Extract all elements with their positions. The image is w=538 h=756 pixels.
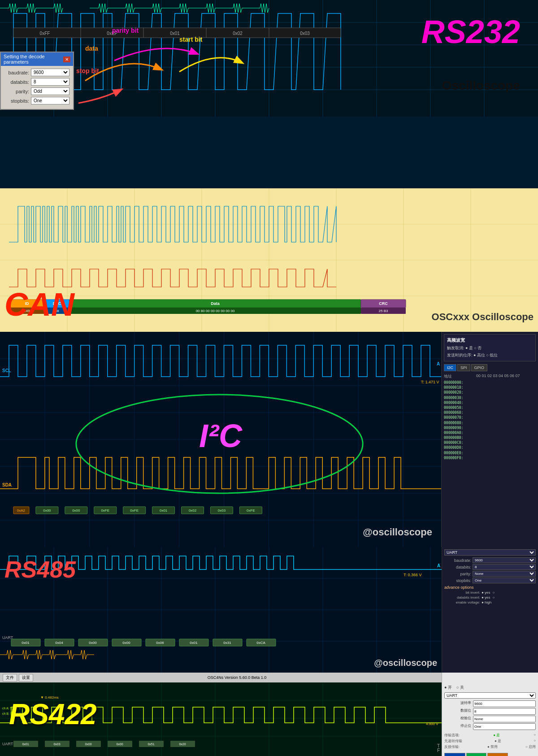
rs485-parity-select[interactable]: None — [473, 571, 536, 577]
can-oscilloscope-label: OSCxxx Oscilloscope — [432, 311, 534, 323]
data-row-8: 00000080: — [444, 421, 536, 426]
proto-btn-rs422[interactable]: RS422 — [466, 753, 487, 756]
i2c-data-table: 00000000: 00000010: 00000020: 00000030: … — [444, 380, 536, 461]
baudrate-select[interactable]: 9600115200 — [31, 69, 69, 76]
svg-text:0x01: 0x01 — [160, 508, 168, 513]
rs422-sidebar: ● 开 ○ 关 UART 波特率 数据位 校验位 停止位 传输选项: ● 是 — [442, 673, 538, 756]
rs485-protocol-select[interactable]: UART — [444, 549, 536, 556]
svg-text:T: T — [437, 743, 440, 748]
rs422-databits-input[interactable] — [473, 708, 536, 715]
data-row-2: 00000020: — [444, 390, 536, 395]
rs422-baudrate-label: 波特率 — [444, 700, 471, 707]
i2c-main: T: 1.471 V A 0xA2 0x00 0x00 0xFE 0xFE 0x… — [0, 332, 442, 547]
rs485-parity-label: parity: — [444, 572, 471, 576]
can-title: CAN — [4, 286, 74, 323]
svg-text:A: A — [437, 361, 440, 366]
parity-label: parity: — [4, 89, 29, 94]
decode-dialog-title-text: Setting the decode parameters — [4, 54, 63, 65]
rs485-stopbits-select[interactable]: One — [473, 578, 536, 583]
svg-text:0x02: 0x02 — [233, 31, 243, 36]
rs422-databits-label: 数据位 — [444, 708, 471, 715]
hf-order: 发送时的位序: ● 高位 ○ 低位 — [447, 352, 533, 358]
i2c-title: I²C — [199, 417, 242, 454]
rs422-parity-input[interactable] — [473, 716, 536, 722]
rs485-bitinvert-row: bit invert: ● yes ○ — [444, 591, 536, 595]
rs485-databits-invert-label: databits invert: — [444, 595, 480, 600]
proto-btn-rs232[interactable]: RS232COMM — [444, 753, 465, 756]
parity-select[interactable]: OddEvenNone — [31, 87, 69, 95]
svg-text:0x03: 0x03 — [218, 508, 226, 513]
svg-text:0xCA: 0xCA — [256, 641, 265, 645]
data-row-c: 000000C0: — [444, 440, 536, 445]
data-row-9: 00000090: — [444, 426, 536, 430]
rs485-databits-label: databits: — [444, 565, 471, 569]
proto-buttons: RS232COMM RS422 RS485 — [444, 753, 536, 756]
decode-form: baudrate: 9600115200 databits: 87 parity… — [1, 66, 73, 109]
annotation-startbit: start bit — [179, 36, 202, 43]
rs422-parity-label: 校验位 — [444, 716, 471, 722]
databits-label: databits: — [4, 79, 29, 85]
databits-select[interactable]: 87 — [31, 78, 69, 86]
stopbits-select[interactable]: OneTwo — [31, 97, 69, 104]
rs422-protocol-select[interactable]: UART — [444, 692, 536, 699]
parity-row: parity: OddEvenNone — [4, 87, 69, 95]
svg-text:0x03: 0x03 — [300, 31, 310, 36]
file-menu-button[interactable]: 文件 — [3, 674, 17, 682]
data-row-7: 00000070: — [444, 415, 536, 420]
i2c-oscilloscope-label: @oscilloscope — [363, 526, 432, 538]
svg-text:0x00: 0x00 — [72, 508, 80, 513]
can-waveform: ID DLC Data CRC 249 08 00 80 00 00 00 00… — [0, 188, 538, 332]
tab-i2c[interactable]: I2C — [444, 364, 456, 371]
rs485-main: T: 0.366 V A 0x01 0x04 0x00 0x00 0x06 0x… — [0, 547, 442, 673]
rs422-stopbits-label: 停止位 — [444, 723, 471, 730]
svg-text:0x01: 0x01 — [22, 743, 29, 746]
decode-dialog-close[interactable]: ✕ — [63, 56, 70, 62]
data-row-e: 000000E0: — [444, 451, 536, 456]
i2c-section: T: 1.471 V A 0xA2 0x00 0x00 0xFE 0xFE 0x… — [0, 332, 538, 547]
rs485-databits-invert-row: databits invert: ● yes ○ — [444, 595, 536, 600]
rs485-voltage-label: enable voltage: — [444, 600, 480, 604]
data-row-6: 00000060: — [444, 410, 536, 415]
data-row-3: 00000030: — [444, 395, 536, 400]
baudrate-label: baudrate: — [4, 70, 29, 75]
databits-row: databits: 87 — [4, 78, 69, 86]
annotation-data: data — [85, 45, 98, 52]
tab-gpio[interactable]: GPIO — [471, 364, 488, 371]
rs232-oscilloscope-label: Oscilloscope — [442, 78, 520, 93]
rs422-section: 文件 设置 OSC4Ns Version 5.60.0 Beta 1.0 ▼ 0… — [0, 673, 538, 756]
rs485-title: RS485 — [4, 556, 76, 583]
proto-btn-rs485[interactable]: RS485 — [487, 753, 508, 756]
data-row-a: 000000A0: — [444, 430, 536, 435]
rs422-stopbits-input[interactable] — [473, 723, 536, 730]
svg-text:SCL: SCL — [2, 368, 11, 373]
data-row-d: 000000D0: — [444, 445, 536, 450]
svg-text:0xFE: 0xFE — [130, 508, 139, 513]
rs422-title: RS422 — [9, 698, 97, 731]
svg-text:0x00: 0x00 — [43, 508, 51, 513]
rs485-databits-select[interactable]: 8 — [473, 564, 536, 570]
rs485-baudrate-label: baudrate: — [444, 558, 471, 563]
svg-text:T: 0.366 V: T: 0.366 V — [404, 573, 422, 577]
rs485-baudrate-row: baudrate: 9600 — [444, 557, 536, 563]
svg-text:CRC: CRC — [379, 301, 388, 306]
tab-spi[interactable]: SPI — [457, 364, 470, 371]
svg-text:0xA2: 0xA2 — [17, 508, 26, 513]
data-row-4: 00000040: — [444, 400, 536, 405]
i2c-sidebar: 高频波宽 触发取消: ● 是 ○ 否 发送时的位序: ● 高位 ○ 低位 I2C… — [442, 332, 538, 547]
decode-dialog-title: Setting the decode parameters ✕ — [1, 52, 73, 66]
svg-text:0x04: 0x04 — [55, 641, 63, 645]
rs485-stopbits-row: stopbits: One — [444, 578, 536, 583]
annotation-parity: parity bit — [112, 27, 139, 34]
rs422-app-title: OSC4Ns Version 5.60.0 Beta 1.0 — [35, 675, 439, 680]
rs485-section: T: 0.366 V A 0x01 0x04 0x00 0x00 0x06 0x… — [0, 547, 538, 673]
svg-text:0x02: 0x02 — [189, 508, 197, 513]
svg-text:0x00: 0x00 — [89, 641, 97, 645]
svg-text:0xFE: 0xFE — [101, 508, 109, 513]
data-row-5: 00000050: — [444, 405, 536, 410]
settings-menu-button[interactable]: 设置 — [19, 674, 33, 682]
rs485-databits-invert-options: ● yes ○ — [482, 595, 495, 600]
i2c-col-header: 地址 00 01 02 03 04 05 06 07 — [444, 374, 536, 379]
rs422-baudrate-input[interactable] — [473, 700, 536, 707]
rs485-baudrate-select[interactable]: 9600 — [473, 557, 536, 563]
svg-text:T: 1.471 V: T: 1.471 V — [421, 380, 439, 384]
